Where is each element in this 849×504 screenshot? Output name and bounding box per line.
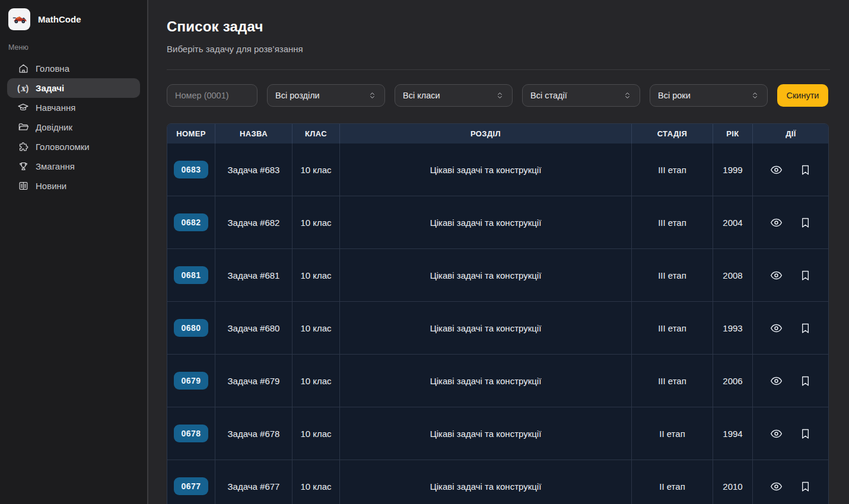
task-stage-cell: III етап: [632, 355, 713, 407]
task-number-badge: 0677: [174, 477, 208, 495]
sidebar-item-задачі[interactable]: (x)Задачі: [7, 78, 140, 98]
task-number-cell: 0679: [167, 355, 215, 407]
eye-icon: [769, 374, 783, 388]
task-section-cell: Цікаві задачі та конструкції: [340, 196, 632, 248]
task-year-cell: 1993: [713, 302, 753, 354]
sidebar-item-новини[interactable]: Новини: [7, 176, 140, 196]
main-content: Список задач Виберіть задачу для розв’яз…: [148, 0, 849, 504]
column-header-section: РОЗДІЛ: [340, 124, 632, 143]
puzzle-icon: [17, 141, 30, 153]
filter-bar: Всі розділиВсі класиВсі стадіїВсі рокиСк…: [167, 84, 830, 107]
task-name-cell: Задача #682: [215, 196, 292, 248]
chevron-up-down-icon: [751, 91, 759, 100]
bookmark-task-button[interactable]: [797, 319, 815, 337]
column-header-stage: СТАДІЯ: [632, 124, 713, 143]
number-filter-input[interactable]: [167, 84, 257, 107]
sidebar: MathCode Меню Головна(x)ЗадачіНавчанняДо…: [0, 0, 148, 504]
app-logo-row[interactable]: MathCode: [0, 8, 147, 30]
eye-icon: [769, 216, 783, 229]
task-section-cell: Цікаві задачі та конструкції: [340, 355, 632, 407]
view-task-button[interactable]: [768, 319, 786, 337]
reset-filters-button[interactable]: Скинути: [777, 84, 828, 107]
task-number-cell: 0680: [167, 302, 215, 354]
task-number-cell: 0682: [167, 196, 215, 248]
table-row: 0677 Задача #677 10 клас Цікаві задачі т…: [167, 460, 828, 504]
task-stage-cell: II етап: [632, 460, 713, 504]
chevron-up-down-icon: [368, 91, 377, 100]
bookmark-icon: [799, 216, 812, 229]
view-task-button[interactable]: [768, 425, 786, 442]
task-year-cell: 2010: [713, 460, 753, 504]
task-number-badge: 0681: [174, 266, 208, 284]
filter-select-value: Всі роки: [658, 91, 691, 100]
bookmark-task-button[interactable]: [797, 372, 815, 390]
sidebar-item-навчання[interactable]: Навчання: [7, 98, 140, 117]
filter-select-years[interactable]: Всі роки: [650, 84, 768, 107]
header-divider: [167, 69, 830, 70]
column-header-name: НАЗВА: [215, 124, 292, 143]
table-row: 0680 Задача #680 10 клас Цікаві задачі т…: [167, 301, 828, 354]
task-actions-cell: [753, 302, 829, 354]
sidebar-item-label: Новини: [36, 181, 66, 191]
task-number-cell: 0683: [167, 143, 215, 196]
bookmark-icon: [799, 480, 812, 493]
bookmark-task-button[interactable]: [797, 161, 815, 178]
sidebar-item-label: Довідник: [36, 122, 72, 132]
task-grade-cell: 10 клас: [292, 249, 340, 301]
bookmark-icon: [799, 269, 812, 282]
page-subtitle: Виберіть задачу для розв’язання: [167, 44, 830, 54]
table-row: 0678 Задача #678 10 клас Цікаві задачі т…: [167, 407, 828, 460]
view-task-button[interactable]: [768, 266, 786, 284]
bookmark-task-button[interactable]: [797, 213, 815, 231]
task-name-cell: Задача #681: [215, 249, 292, 301]
bookmark-icon: [799, 428, 812, 440]
task-section-cell: Цікаві задачі та конструкції: [340, 249, 632, 301]
sidebar-menu: Головна(x)ЗадачіНавчанняДовідникГоловоло…: [0, 59, 147, 196]
task-stage-cell: III етап: [632, 196, 713, 248]
eye-icon: [769, 480, 783, 493]
trophy-icon: [17, 161, 30, 173]
bookmark-icon: [799, 322, 812, 334]
task-year-cell: 2004: [713, 196, 753, 248]
task-number-badge: 0680: [174, 319, 208, 337]
table-row: 0681 Задача #681 10 клас Цікаві задачі т…: [167, 248, 828, 301]
page-title: Список задач: [167, 18, 830, 35]
task-year-cell: 2008: [713, 249, 753, 301]
sidebar-item-довідник[interactable]: Довідник: [7, 117, 140, 137]
sidebar-item-головна[interactable]: Головна: [7, 59, 140, 78]
task-stage-cell: III етап: [632, 302, 713, 354]
eye-icon: [769, 321, 783, 335]
bookmark-task-button[interactable]: [797, 425, 815, 442]
task-number-cell: 0677: [167, 460, 215, 504]
bookmark-task-button[interactable]: [797, 477, 815, 495]
task-grade-cell: 10 клас: [292, 407, 340, 460]
sidebar-item-змагання[interactable]: Змагання: [7, 157, 140, 176]
menu-section-label: Меню: [0, 43, 147, 52]
chevron-up-down-icon: [495, 91, 504, 100]
task-grade-cell: 10 клас: [292, 460, 340, 504]
task-actions-cell: [753, 355, 829, 407]
sidebar-item-label: Навчання: [36, 103, 75, 113]
task-number-badge: 0679: [174, 372, 208, 390]
home-icon: [17, 63, 30, 75]
task-name-cell: Задача #677: [215, 460, 292, 504]
view-task-button[interactable]: [768, 372, 786, 390]
bookmark-icon: [799, 375, 812, 387]
task-number-badge: 0678: [174, 425, 208, 442]
task-grade-cell: 10 клас: [292, 302, 340, 354]
sidebar-item-label: Задачі: [36, 83, 64, 93]
table-body: 0683 Задача #683 10 клас Цікаві задачі т…: [167, 143, 828, 504]
view-task-button[interactable]: [768, 213, 786, 231]
sidebar-item-головоломки[interactable]: Головоломки: [7, 137, 140, 157]
app-name: MathCode: [38, 14, 81, 24]
task-name-cell: Задача #680: [215, 302, 292, 354]
filter-select-stages[interactable]: Всі стадії: [522, 84, 640, 107]
view-task-button[interactable]: [768, 161, 786, 178]
filter-select-grades[interactable]: Всі класи: [395, 84, 513, 107]
view-task-button[interactable]: [768, 477, 786, 495]
race-car-icon: [8, 8, 30, 30]
math-x-icon: (x): [17, 82, 30, 94]
bookmark-task-button[interactable]: [797, 266, 815, 284]
filter-select-sections[interactable]: Всі розділи: [267, 84, 385, 107]
table-row: 0679 Задача #679 10 клас Цікаві задачі т…: [167, 354, 828, 407]
